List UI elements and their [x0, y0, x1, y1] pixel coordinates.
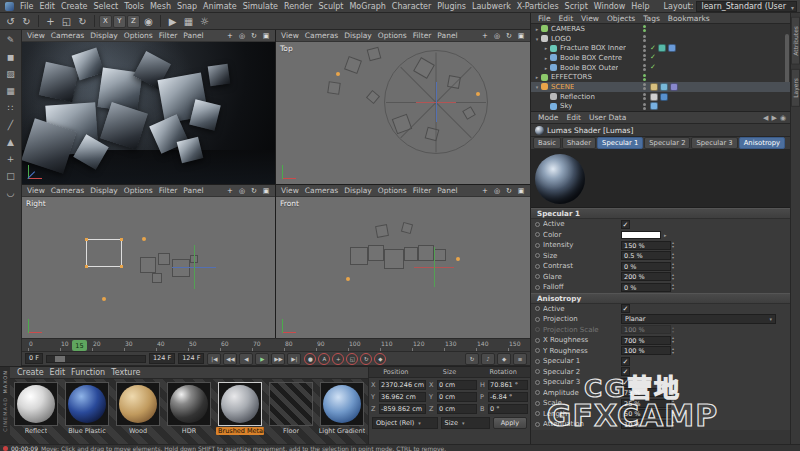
visibility-dot-top[interactable] — [643, 25, 646, 28]
viewport-menu-view[interactable]: View — [24, 31, 48, 40]
specular-1-checkbox[interactable]: ✓ — [621, 357, 630, 366]
viewport-menu-filter[interactable]: Filter — [156, 31, 181, 40]
keyframe-dot-icon[interactable] — [535, 390, 540, 395]
zoom-view-icon[interactable]: ◎ — [237, 31, 247, 41]
render-settings-icon[interactable]: ☼ — [197, 14, 212, 28]
move-tool-icon[interactable]: + — [43, 14, 58, 28]
record-rotation-button[interactable]: ↻ — [360, 353, 372, 365]
expander-icon[interactable]: ▾ — [533, 36, 541, 42]
goto-end-button[interactable]: ▶| — [287, 353, 301, 365]
timeline-ruler[interactable]: 15 0102030405060708090100110120130140150 — [22, 338, 530, 352]
visibility-dot-bottom[interactable] — [643, 97, 646, 100]
keyframe-dot-icon[interactable] — [535, 422, 540, 427]
toggle-view-icon[interactable]: ▣ — [261, 186, 271, 196]
viewport-menu-panel[interactable]: Panel — [434, 186, 460, 195]
menubar-item-plugins[interactable]: Plugins — [434, 2, 469, 11]
keyframe-dot-icon[interactable] — [535, 338, 540, 343]
visibility-dot-bottom[interactable] — [643, 107, 646, 110]
specular-2-checkbox[interactable]: ✓ — [621, 367, 630, 376]
visibility-dot-top[interactable] — [643, 93, 646, 96]
visibility-dot-top[interactable] — [643, 35, 646, 38]
material-item-reflect[interactable]: Reflect — [12, 382, 60, 441]
perspective-render-view[interactable] — [22, 42, 275, 184]
keyframe-interpolation-icon[interactable]: ◆ — [497, 353, 511, 365]
playback-mode-icon[interactable]: ↻ — [465, 353, 479, 365]
current-frame-field[interactable]: 124 F — [178, 353, 204, 364]
x-roughness-field[interactable]: 700 % — [621, 336, 671, 345]
coordinate-mode-dropdown[interactable]: Object (Rel) — [372, 417, 438, 429]
front-view-canvas[interactable]: Front — [276, 197, 530, 338]
material-thumbnail[interactable] — [320, 382, 364, 426]
viewport-right[interactable]: ViewCamerasDisplayOptionsFilterPanel+◎↻▣… — [22, 185, 275, 338]
enabled-check-icon[interactable]: ✓ — [650, 54, 656, 61]
visibility-dot-bottom[interactable] — [643, 78, 646, 81]
tag-icon[interactable] — [670, 83, 678, 91]
viewport-menu-filter[interactable]: Filter — [156, 186, 181, 195]
visibility-dot-bottom[interactable] — [643, 58, 646, 61]
keyframe-dot-icon[interactable] — [535, 264, 540, 269]
materials-menu-edit[interactable]: Edit — [47, 368, 69, 377]
stepper-arrows[interactable]: ▴▾ — [672, 336, 674, 344]
object-row-logo[interactable]: ▾LOGO — [531, 34, 790, 44]
menubar-item-animate[interactable]: Animate — [200, 2, 240, 11]
stepper-down-icon[interactable]: ▾ — [672, 330, 674, 334]
position-x-field[interactable]: 2370.246 cm — [379, 380, 426, 390]
size-x-field[interactable]: 0 cm — [437, 380, 477, 390]
undo-icon[interactable]: ↺ — [3, 14, 18, 28]
keyframe-dot-icon[interactable] — [535, 274, 540, 279]
menubar-item-edit[interactable]: Edit — [36, 2, 58, 11]
timeline-playhead[interactable]: 15 — [72, 340, 87, 351]
viewport-menu-options[interactable]: Options — [121, 31, 156, 40]
end-frame-field[interactable]: 124 F — [149, 353, 175, 364]
points-mode-icon[interactable]: ∷ — [3, 100, 19, 115]
stepper-arrows[interactable]: ▴▾ — [672, 252, 674, 260]
toggle-view-icon[interactable]: ▣ — [261, 31, 271, 41]
projection-dropdown[interactable]: Planar▾ — [621, 314, 776, 324]
tab-specular-3[interactable]: Specular 3 — [691, 137, 737, 149]
stepper-down-icon[interactable]: ▾ — [672, 424, 674, 428]
section-header-anisotropy[interactable]: Anisotropy — [531, 293, 790, 304]
shader-preview-sphere[interactable] — [535, 154, 585, 204]
stepper-down-icon[interactable]: ▾ — [672, 351, 674, 355]
position-z-field[interactable]: -859.862 cm — [379, 404, 426, 414]
expand-icon[interactable]: ▸ — [664, 232, 667, 238]
keyframe-dot-icon[interactable] — [535, 243, 540, 248]
object-row-effectors[interactable]: ▸EFFECTORS — [531, 72, 790, 82]
om-menu-file[interactable]: File — [534, 14, 555, 23]
tag-icon[interactable] — [650, 102, 658, 110]
menubar-item-render[interactable]: Render — [281, 2, 315, 11]
viewport-menu-filter[interactable]: Filter — [410, 186, 435, 195]
viewport-menu-display[interactable]: Display — [87, 186, 121, 195]
menubar-item-simulate[interactable]: Simulate — [240, 2, 281, 11]
stepper-down-icon[interactable]: ▾ — [672, 266, 674, 270]
start-frame-field[interactable]: 0 F — [25, 353, 43, 364]
polygons-mode-icon[interactable]: ▲ — [3, 134, 19, 149]
tab-shader[interactable]: Shader — [562, 137, 596, 149]
materials-menu-function[interactable]: Function — [68, 368, 108, 377]
rotate-view-icon[interactable]: ↻ — [249, 186, 259, 196]
viewport-top[interactable]: ViewCamerasDisplayOptionsFilterPanel+◎↻▣… — [276, 30, 530, 184]
material-item-wood[interactable]: Wood — [114, 382, 162, 441]
tab-specular-1[interactable]: Specular 1 — [597, 137, 643, 149]
stepper-down-icon[interactable]: ▾ — [672, 340, 674, 344]
stepper-down-icon[interactable]: ▾ — [672, 287, 674, 291]
goto-start-button[interactable]: |◀ — [207, 353, 221, 365]
material-thumbnail[interactable] — [269, 382, 313, 426]
menubar-item-mograph[interactable]: MoGraph — [346, 2, 388, 11]
keyframe-dot-icon[interactable] — [535, 348, 540, 353]
coordinate-system-icon[interactable]: ◉ — [141, 14, 156, 28]
keyframe-dot-icon[interactable] — [535, 306, 540, 311]
stepper-arrows[interactable]: ▴▾ — [672, 262, 674, 270]
record-position-button[interactable]: + — [332, 353, 344, 365]
stepper-arrows[interactable]: ▴▾ — [672, 283, 674, 291]
visibility-dot-top[interactable] — [643, 64, 646, 67]
material-item-hdr[interactable]: HDR — [165, 382, 213, 441]
object-row-fracture-box-inner[interactable]: ▸Fracture BOX Inner✓ — [531, 43, 790, 53]
keyframe-dot-icon[interactable] — [535, 253, 540, 258]
tab-anisotropy[interactable]: Anisotropy — [739, 137, 785, 149]
history-forward-icon[interactable]: ▶ — [772, 114, 777, 122]
material-item-brushed-metal[interactable]: Brushed Metal — [216, 382, 264, 441]
visibility-dot-top[interactable] — [643, 74, 646, 77]
keyframe-dot-icon[interactable] — [535, 359, 540, 364]
record-keyframe-button[interactable]: ● — [304, 353, 316, 365]
